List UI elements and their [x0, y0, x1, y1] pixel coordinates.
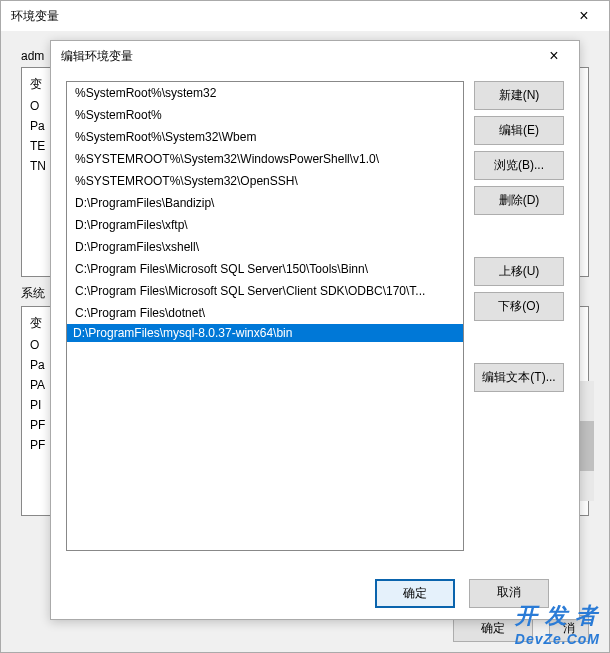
browse-button[interactable]: 浏览(B)... — [474, 151, 564, 180]
path-list-item[interactable]: %SystemRoot% — [67, 104, 463, 126]
movedown-button[interactable]: 下移(O) — [474, 292, 564, 321]
path-list-item[interactable]: D:\ProgramFiles\xshell\ — [67, 236, 463, 258]
path-list-item[interactable]: %SystemRoot%\System32\Wbem — [67, 126, 463, 148]
side-buttons: 新建(N) 编辑(E) 浏览(B)... 删除(D) 上移(U) 下移(O) 编… — [474, 81, 564, 551]
cancel-button[interactable]: 取消 — [469, 579, 549, 608]
scrollbar-thumb[interactable] — [578, 421, 594, 471]
spacer — [474, 327, 564, 357]
dialog-title: 编辑环境变量 — [61, 48, 133, 65]
dialog-footer: 确定 取消 — [51, 569, 579, 608]
close-icon[interactable]: × — [539, 47, 569, 65]
parent-title: 环境变量 — [11, 8, 59, 25]
path-list-item[interactable]: %SYSTEMROOT%\System32\OpenSSH\ — [67, 170, 463, 192]
new-button[interactable]: 新建(N) — [474, 81, 564, 110]
path-list-item[interactable]: C:\Program Files\dotnet\ — [67, 302, 463, 324]
path-list-item[interactable]: %SystemRoot%\system32 — [67, 82, 463, 104]
path-list-item[interactable]: C:\Program Files\Microsoft SQL Server\Cl… — [67, 280, 463, 302]
dialog-titlebar: 编辑环境变量 × — [51, 41, 579, 71]
path-list-item[interactable]: C:\Program Files\Microsoft SQL Server\15… — [67, 258, 463, 280]
parent-titlebar: 环境变量 × — [1, 1, 609, 31]
spacer — [474, 221, 564, 251]
close-icon[interactable]: × — [569, 7, 599, 25]
path-list-item[interactable]: D:\ProgramFiles\Bandizip\ — [67, 192, 463, 214]
ok-button[interactable]: 确定 — [375, 579, 455, 608]
edittext-button[interactable]: 编辑文本(T)... — [474, 363, 564, 392]
path-list-item[interactable]: D:\ProgramFiles\mysql-8.0.37-winx64\bin — [67, 324, 463, 342]
path-list[interactable]: %SystemRoot%\system32%SystemRoot%%System… — [66, 81, 464, 551]
path-list-item[interactable]: D:\ProgramFiles\xftp\ — [67, 214, 463, 236]
edit-env-var-dialog: 编辑环境变量 × %SystemRoot%\system32%SystemRoo… — [50, 40, 580, 620]
moveup-button[interactable]: 上移(U) — [474, 257, 564, 286]
dialog-body: %SystemRoot%\system32%SystemRoot%%System… — [51, 71, 579, 569]
edit-button[interactable]: 编辑(E) — [474, 116, 564, 145]
delete-button[interactable]: 删除(D) — [474, 186, 564, 215]
path-list-item[interactable]: %SYSTEMROOT%\System32\WindowsPowerShell\… — [67, 148, 463, 170]
